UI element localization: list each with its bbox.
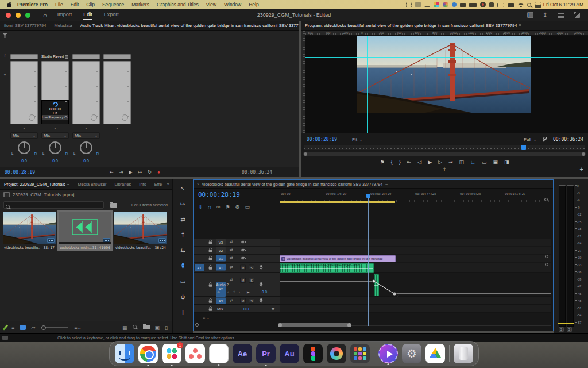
selection-tool[interactable]: ↖ [179, 184, 187, 192]
pan-knob-dial[interactable] [80, 141, 92, 154]
pan-value[interactable]: 0.0 [10, 159, 38, 163]
solo-button[interactable]: S [249, 278, 254, 283]
workspace-tab-edit[interactable]: Edit [83, 10, 92, 20]
mix-assign-dropdown[interactable]: Mix⌄ [41, 132, 69, 139]
effects-rack[interactable] [72, 61, 100, 124]
menu-item-edit[interactable]: Edit [71, 2, 79, 7]
mix-level-value[interactable]: 0.0 [243, 307, 249, 311]
menu-item-markers[interactable]: Markers [131, 2, 149, 7]
track-lock-icon[interactable] [208, 298, 213, 304]
dock-icon-finder[interactable] [115, 344, 134, 363]
snap-icon[interactable]: ∩ [208, 204, 211, 210]
track-header[interactable]: A2⇄MSAudio 2⊛‹○›▶0.0 [194, 273, 280, 297]
volume-keyframe-dragged[interactable] [393, 292, 396, 296]
go-to-in-icon[interactable]: ⇤ [407, 159, 412, 165]
dock-icon-notion[interactable] [209, 344, 229, 363]
play-icon[interactable]: ▶ [129, 170, 132, 175]
chevron-down-icon[interactable]: ⌄ [10, 125, 38, 130]
zoom-level-dropdown[interactable]: Fit⌄ [352, 137, 362, 142]
quick-export-icon[interactable]: ↥ [543, 12, 549, 18]
search-icon[interactable] [527, 3, 531, 7]
program-tab[interactable]: Program: videoblocks-beautiful-aerial-vi… [301, 21, 525, 31]
solo-button[interactable]: S [249, 298, 254, 304]
wifi-icon[interactable] [518, 3, 524, 7]
sync-lock-icon[interactable]: ⇄ [230, 256, 233, 260]
track-lane[interactable] [280, 239, 551, 246]
play-icon[interactable]: ▶ [247, 290, 250, 294]
freeform-view-button[interactable]: ▱ [31, 325, 35, 331]
dock-icon-after-effects[interactable]: Ae [233, 344, 252, 363]
dock-icon-launchpad[interactable] [350, 344, 370, 363]
play-icon[interactable]: ▶ [428, 159, 432, 165]
add-marker-icon[interactable]: ⚑ [380, 159, 385, 165]
mixer-tab[interactable]: iforni-SBV-337779794 [0, 21, 50, 31]
track-lane[interactable] [280, 247, 551, 254]
menu-item-sequence[interactable]: Sequence [102, 2, 124, 7]
pan-knob-dial[interactable] [49, 141, 61, 154]
menu-item-view[interactable]: View [206, 2, 216, 7]
record-icon[interactable]: ● [157, 170, 160, 175]
track-target-V1[interactable]: V1 [216, 255, 226, 262]
dock-icon-figma[interactable] [303, 344, 323, 363]
track-lock-icon[interactable] [208, 239, 213, 245]
timeline-ruler[interactable]: 00:0000:00:14:2900:00:29:2900:00:44:2800… [280, 191, 551, 202]
timeline-settings-icon[interactable]: ⚙ [235, 204, 240, 210]
dock-icon-premiere-pro[interactable]: Pr [256, 344, 276, 363]
track-lock-icon[interactable] [208, 255, 213, 261]
color-wheel-icon[interactable] [443, 2, 448, 7]
slip-tool[interactable]: ⇆ [179, 246, 187, 254]
effect-slot-dropdown[interactable] [72, 54, 100, 59]
dock-icon-trash[interactable] [454, 344, 473, 363]
keyboard-icon[interactable] [469, 3, 477, 7]
dock-icon-screenflow[interactable] [378, 344, 398, 363]
keyframe-nav-icon[interactable]: ◂▸ [271, 306, 275, 311]
go-to-out-icon[interactable]: ⇥ [448, 159, 453, 165]
program-mini-timeline[interactable] [304, 145, 585, 150]
project-item[interactable]: videoblocks-beautifu...38:17 [3, 212, 56, 250]
dock-icon-system-settings[interactable]: ⚙ [402, 344, 421, 363]
track-output-eye-icon[interactable] [240, 240, 246, 244]
pan-knob-dial[interactable] [18, 141, 30, 154]
hand-tool[interactable]: ψ [179, 293, 187, 301]
panel-menu-icon[interactable]: ≡ [385, 182, 388, 187]
add-keyframe-icon[interactable]: ○ [233, 290, 235, 293]
effects-rack[interactable] [10, 61, 38, 124]
mark-out-icon[interactable]: } [399, 159, 401, 165]
search-input[interactable] [3, 201, 104, 209]
project-breadcrumb[interactable]: 230929_CGM_Tutorials.prproj [13, 192, 74, 197]
track-select-forward-tool[interactable]: ↦ [179, 200, 187, 208]
sync-lock-icon[interactable]: ⇄ [230, 265, 233, 270]
apple-menu-icon[interactable] [7, 2, 11, 7]
audio-clip-a1[interactable]: videoblocks-beautiful-aerial-view-of-the… [280, 263, 374, 273]
panel-menu-icon[interactable]: ≡ [67, 182, 70, 187]
playhead-head[interactable] [366, 194, 370, 198]
track-target-V3[interactable]: V3 [216, 239, 226, 246]
project-tab[interactable]: Info [135, 179, 150, 190]
track-output-eye-icon[interactable] [240, 256, 246, 260]
marquee-icon[interactable] [406, 2, 412, 7]
guide-vertical[interactable] [368, 36, 368, 133]
button-editor-plus[interactable]: + [580, 166, 583, 172]
effects-rack[interactable] [103, 61, 131, 124]
add-marker-icon[interactable]: ⚑ [225, 204, 230, 210]
solo-button[interactable]: S [559, 327, 564, 332]
vertical-scroll-handle[interactable] [545, 263, 548, 266]
stacked-panels-icon[interactable] [558, 13, 564, 18]
mixer-tab[interactable]: Metadata [50, 21, 76, 31]
linked-selection-icon[interactable]: ∞ [216, 204, 220, 210]
record-icon[interactable] [480, 2, 486, 7]
step-back-icon[interactable]: ◁ [417, 159, 421, 165]
chevron-down-icon[interactable]: ⌄ [41, 125, 69, 130]
track-lock-icon[interactable] [208, 282, 213, 288]
captions-icon[interactable]: ▭ [245, 204, 250, 210]
menu-item-help[interactable]: Help [249, 2, 258, 7]
fullscreen-icon[interactable] [574, 12, 580, 18]
blue-dot-icon[interactable] [452, 2, 457, 7]
previous-keyframe-icon[interactable]: ‹ [227, 290, 229, 293]
sync-lock-icon[interactable]: ⇄ [230, 248, 233, 252]
program-video-viewport[interactable] [305, 36, 588, 133]
playhead-line[interactable] [368, 194, 369, 326]
effect-slot-dropdown[interactable]: Studio Revert [41, 54, 69, 59]
scrollbar-handle[interactable] [278, 323, 282, 327]
export-frame-share-icon[interactable]: ↥ [301, 167, 588, 172]
